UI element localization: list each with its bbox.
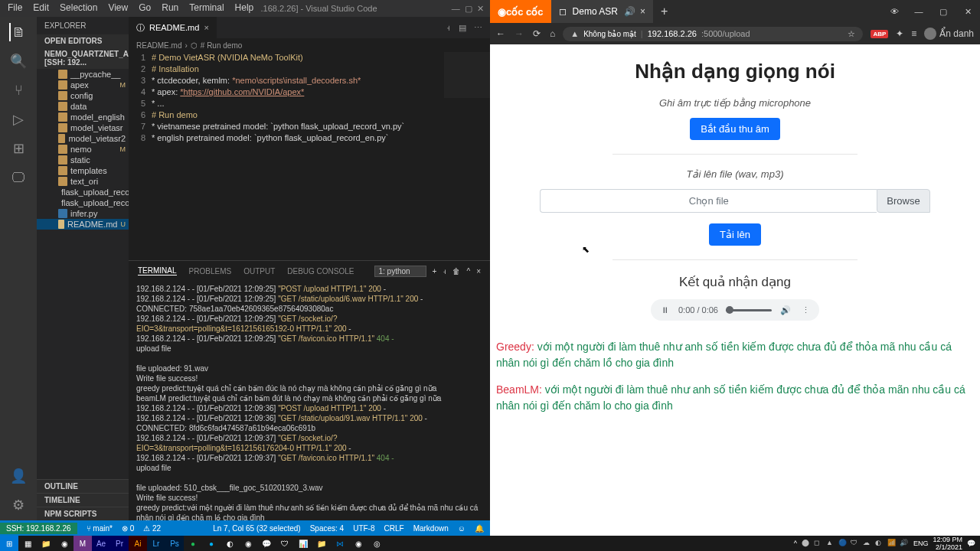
open-editors-section[interactable]: OPEN EDITORS: [37, 34, 129, 47]
tree-item[interactable]: flask_upload_record_v...M: [37, 197, 129, 208]
tree-item[interactable]: model_vietasr: [37, 122, 129, 133]
terminal-output[interactable]: 192.168.2.124 - - [01/Feb/2021 12:09:25]…: [129, 281, 490, 520]
coccoc-task-icon[interactable]: ◉: [349, 536, 368, 551]
app-task-icon[interactable]: M: [74, 536, 92, 551]
tree-item[interactable]: data: [37, 101, 129, 112]
split-icon[interactable]: ⫞: [446, 23, 451, 33]
gear-icon[interactable]: ⚙: [9, 496, 28, 514]
skype-icon[interactable]: ●: [202, 536, 220, 551]
system-tray[interactable]: ⬤ ◻ ▲ 🔵 🛡 ☁ ◐ 📶 🔊: [802, 539, 909, 548]
record-button[interactable]: Bắt đầu thu âm: [690, 118, 780, 140]
app-task-icon[interactable]: 📊: [294, 536, 312, 551]
language-indicator[interactable]: ENG: [913, 540, 929, 547]
adblock-icon[interactable]: ABP: [871, 30, 888, 38]
back-icon[interactable]: ←: [496, 28, 505, 39]
spotify-icon[interactable]: ●: [184, 536, 202, 551]
outline-section[interactable]: OUTLINE: [37, 479, 129, 493]
tree-item[interactable]: model_vietasr2: [37, 133, 129, 144]
taskview-icon[interactable]: ▦: [18, 536, 37, 551]
tree-item[interactable]: static: [37, 155, 129, 165]
app-task-icon[interactable]: Ae: [92, 536, 110, 551]
win-min-icon[interactable]: —: [906, 0, 931, 23]
vscode-task-icon[interactable]: ⋈: [331, 536, 349, 551]
extensions-icon[interactable]: ✦: [896, 28, 903, 39]
warnings-status[interactable]: ⚠ 22: [143, 524, 161, 533]
reading-list-icon[interactable]: ≡: [911, 28, 916, 39]
git-branch[interactable]: ⑂ main*: [87, 524, 113, 533]
app-task-icon[interactable]: ◎: [368, 536, 386, 551]
output-tab[interactable]: OUTPUT: [243, 267, 275, 276]
audio-menu-icon[interactable]: ⋮: [799, 304, 812, 316]
audio-player[interactable]: ⏸ 0:00 / 0:06 🔊 ⋮: [651, 299, 819, 321]
volume-icon[interactable]: 🔊: [779, 304, 792, 316]
close-tab-icon[interactable]: ×: [204, 23, 208, 32]
terminal-select[interactable]: 1: python: [374, 266, 426, 277]
ssh-status[interactable]: SSH: 192.168.2.26: [0, 523, 77, 534]
forward-icon[interactable]: →: [514, 28, 524, 39]
clock[interactable]: 12:09 PM2/1/2021: [933, 536, 962, 551]
chrome-icon[interactable]: ◉: [239, 536, 257, 551]
tray-icon[interactable]: 🔵: [838, 539, 848, 548]
close-icon[interactable]: ✕: [477, 4, 484, 14]
explorer-icon[interactable]: 🗎: [9, 23, 28, 41]
start-button[interactable]: ⊞: [0, 536, 18, 551]
workspace-section[interactable]: NEMO_QUARTZNET_ASR2 [SSH: 192...: [37, 47, 129, 69]
upload-button[interactable]: Tải lên: [709, 223, 761, 246]
user-profile[interactable]: Ẩn danh: [924, 28, 974, 40]
minimize-icon[interactable]: —: [452, 4, 460, 13]
timeline-section[interactable]: TIMELINE: [37, 493, 129, 507]
split-terminal-icon[interactable]: ⫞: [443, 267, 446, 276]
explorer-task-icon[interactable]: 📁: [37, 536, 55, 551]
scm-icon[interactable]: ⑂: [9, 81, 28, 99]
new-tab-button[interactable]: +: [653, 0, 675, 23]
app-task-icon[interactable]: Ai: [129, 536, 147, 551]
wifi-icon[interactable]: 📶: [887, 539, 897, 548]
tree-item[interactable]: templates: [37, 165, 129, 176]
tree-item[interactable]: config: [37, 90, 129, 101]
audio-scrubber[interactable]: [726, 309, 772, 311]
problems-tab[interactable]: PROBLEMS: [189, 267, 232, 276]
tree-item[interactable]: infer.py: [37, 208, 129, 219]
minimap[interactable]: [444, 52, 490, 98]
tree-item[interactable]: text_ori: [37, 176, 129, 187]
app-task-icon[interactable]: Pr: [110, 536, 129, 551]
vscode-menubar[interactable]: FileEditSelectionViewGoRunTerminalHelp: [0, 0, 261, 15]
app-task-icon[interactable]: Ps: [165, 536, 184, 551]
tray-icon[interactable]: ◻: [814, 539, 823, 548]
win-max-icon[interactable]: ▢: [931, 0, 956, 23]
errors-status[interactable]: ⊗ 0: [122, 524, 134, 533]
debug-tab[interactable]: DEBUG CONSOLE: [287, 267, 354, 276]
tray-icon[interactable]: ⬤: [802, 539, 811, 548]
volume-tray-icon[interactable]: 🔊: [900, 539, 909, 548]
extensions-icon[interactable]: ⊞: [9, 139, 28, 158]
encoding-status[interactable]: UTF-8: [353, 524, 374, 533]
tab-close-icon[interactable]: ×: [640, 6, 645, 17]
tray-icon[interactable]: 🛡: [851, 539, 860, 548]
code-content[interactable]: # Demo VietASR (NVIDIA NeMo ToolKit) # I…: [152, 52, 490, 260]
app-task-icon[interactable]: ◐: [220, 536, 239, 551]
tree-item[interactable]: model_english: [37, 112, 129, 122]
editor-tab-readme[interactable]: ⓘ README.md ×: [129, 17, 217, 38]
tree-item[interactable]: flask_upload_record_en.py: [37, 187, 129, 197]
npm-section[interactable]: NPM SCRIPTS: [37, 507, 129, 520]
tray-icon[interactable]: ▲: [826, 539, 835, 548]
tree-item[interactable]: __pycache__: [37, 69, 129, 80]
search-icon[interactable]: 🔍: [9, 52, 28, 70]
reload-icon[interactable]: ⟳: [533, 28, 541, 39]
home-icon[interactable]: ⌂: [550, 28, 555, 39]
coccoc-logo[interactable]: ◉ cốc cốc: [490, 0, 551, 23]
language-status[interactable]: Markdown: [413, 524, 449, 533]
app-task-icon[interactable]: 📁: [312, 536, 331, 551]
bell-icon[interactable]: 🔔: [475, 524, 484, 533]
app-task-icon[interactable]: 💬: [257, 536, 276, 551]
browser-tab[interactable]: ◻ Demo ASR 🔊 ×: [551, 0, 653, 23]
account-icon[interactable]: 👤: [9, 467, 28, 485]
code-editor[interactable]: 12345678 # Demo VietASR (NVIDIA NeMo Too…: [129, 52, 490, 260]
tray-icon[interactable]: ☁: [863, 539, 872, 548]
breadcrumb[interactable]: README.md›⬡# Run demo: [129, 38, 490, 52]
win-close-icon[interactable]: ✕: [956, 0, 980, 23]
new-terminal-icon[interactable]: +: [433, 267, 437, 276]
browse-button[interactable]: Browse: [877, 189, 929, 213]
tree-item[interactable]: README.mdU: [37, 219, 129, 230]
pause-icon[interactable]: ⏸: [658, 304, 671, 316]
